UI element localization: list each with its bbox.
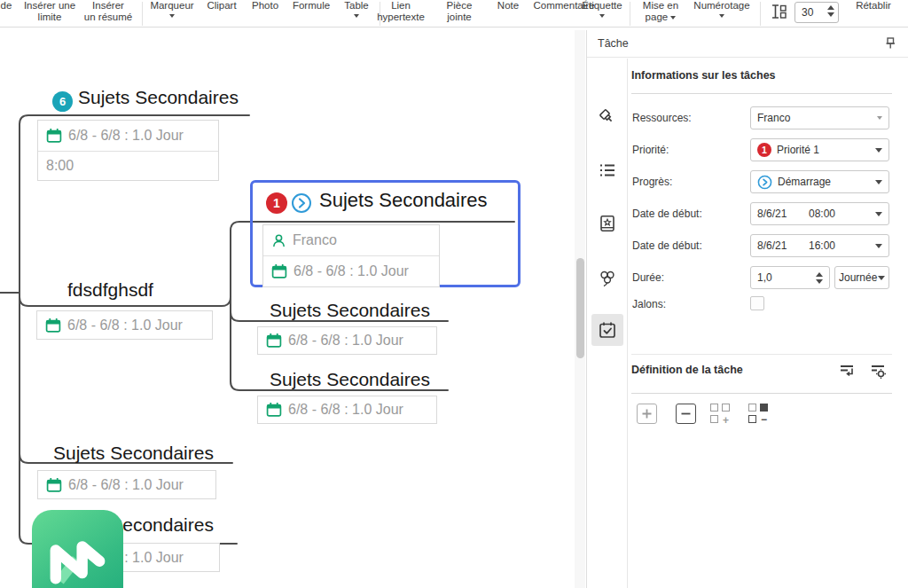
calendar-icon [271,263,287,279]
calendar-icon [46,477,62,493]
chevron-down-icon [875,212,882,216]
page-layout-button[interactable]: Mise enpage [633,0,688,23]
task-detail-card: 6/8 - 6/8 : 1.0 Jour [37,470,216,499]
attachment-button[interactable]: Piècejointe [436,0,482,23]
task-date: 6/8 - 6/8 : 1.0 Jour [288,402,403,418]
insert-summary-button[interactable]: Insérerun résumé [80,0,137,23]
topic-title: Sujets Secondaires [270,369,430,390]
chevron-down-icon [670,16,676,20]
task-panel-content: Informations sur les tâches Ressources: … [628,59,908,588]
person-icon [271,233,286,248]
spin-up-icon[interactable] [816,272,823,277]
calendar-icon [266,333,282,349]
duration-label: Durée: [632,271,664,284]
photo-button[interactable]: Photo [247,0,283,12]
canvas-scrollbar-thumb[interactable] [576,258,584,358]
task-sort-icon[interactable] [838,362,856,382]
spacing-value-input[interactable]: 30 [794,2,839,23]
tab-clover[interactable] [591,263,623,294]
task-count-badge: 6 [52,91,73,112]
spin-up-icon[interactable] [827,5,834,10]
topic-title: Sujets Secondaires [270,300,430,321]
clover-icon [598,269,617,288]
task-date: 6/8 - 6/8 : 1.0 Jour [68,128,184,144]
marker-button[interactable]: Marqueur [145,0,199,18]
topic-spacing-icon [768,2,787,23]
remove-subtask-button[interactable] [676,404,696,424]
task-settings-icon[interactable] [869,362,887,382]
calendar-check-icon [598,320,617,340]
spin-down-icon[interactable] [827,12,834,17]
pin-icon[interactable] [883,36,897,53]
start-date-label: Date de début: [632,208,702,220]
duration-unit-select[interactable]: Journée de t [834,266,889,289]
toolbar-separator [630,2,630,26]
progress-start-icon [291,192,312,214]
topic-title: Sujets Secondaires [53,443,214,464]
section-title: Définition de la tâche [631,364,743,376]
progress-label: Progrès: [632,176,672,188]
insert-boundary-button[interactable]: Insérer unelimite [11,0,89,23]
chevron-down-icon [719,14,724,18]
brush-icon [598,107,617,127]
topic-title: Sujets Secondaires [319,189,488,212]
task-resource: Franco [293,232,337,248]
chevron-down-icon [878,276,885,280]
label-button[interactable]: Étiquette [576,0,628,18]
divider [631,93,892,94]
numbering-button[interactable]: Numérotage [688,0,755,18]
topic-title: Sujets Secondaires [78,87,239,108]
task-date: 6/8 - 6/8 : 1.0 Jour [288,333,403,349]
end-date-label: Date de début: [632,239,702,252]
chevron-down-icon [599,14,605,18]
note-button[interactable]: Note [491,0,525,12]
end-date-select[interactable]: 8/6/21 16:00 [750,234,889,257]
milestones-checkbox[interactable] [750,296,764,310]
panel-header: Tâche [587,30,908,58]
tab-outline[interactable] [591,154,623,186]
resources-label: Ressources: [632,112,692,124]
priority-badge: 1 [757,143,771,157]
chevron-down-icon [354,14,359,18]
formula-button[interactable]: Formule [288,0,334,12]
mindmap-canvas[interactable]: 6 Sujets Secondaires 6/8 - 6/8 : 1.0 Jou… [0,30,586,588]
redo-button[interactable]: Rétablir [842,0,904,12]
task-time: 8:00 [46,158,74,174]
topic-title: fdsdfghsdf [67,279,153,301]
duration-input[interactable]: 1,0 [750,266,830,289]
mindmaster-logo [32,510,123,588]
progress-select[interactable]: Démarrage [750,170,889,193]
add-subtask-button[interactable] [637,404,657,424]
remove-task-group-icon[interactable]: − [748,404,770,425]
add-task-group-icon[interactable]: + [710,404,732,425]
chevron-down-icon [169,14,175,18]
hyperlink-button[interactable]: Lienhypertexte [372,0,429,23]
tab-task[interactable] [591,314,623,346]
calendar-icon [46,128,62,144]
task-date: 6/8 - 6/8 : 1.0 Jour [294,263,409,279]
priority-label: Priorité: [632,144,669,156]
spin-down-icon[interactable] [816,279,823,284]
panel-tab-strip [587,59,628,588]
priority-select[interactable]: 1 Priorité 1 [750,138,889,161]
calendar-icon [45,318,61,333]
task-detail-card: Franco 6/8 - 6/8 : 1.0 Jour [262,224,440,287]
task-detail-card: 6/8 - 6/8 : 1.0 Jour 8:00 [37,120,219,181]
milestones-label: Jalons: [632,298,666,310]
tab-style-library[interactable] [591,208,623,239]
task-panel: Tâche Informations sur les tâches [586,30,908,588]
chevron-down-icon [875,180,882,184]
mindmaster-app: de Insérer unelimite Insérerun résumé Ma… [0,0,908,588]
task-detail-card: 6/8 - 6/8 : 1.0 Jour [36,310,213,340]
tab-theme-format[interactable] [591,101,623,133]
list-icon [598,161,617,180]
chevron-down-icon [877,116,882,120]
ribbon-toolbar: de Insérer unelimite Insérerun résumé Ma… [0,0,908,27]
clipart-button[interactable]: Clipart [202,0,241,12]
calendar-icon [266,402,282,418]
chevron-down-icon [875,244,882,248]
resources-select[interactable]: Franco [750,106,889,129]
start-date-select[interactable]: 8/6/21 08:00 [750,202,889,225]
table-button[interactable]: Table [337,0,376,18]
chevron-down-icon [875,148,882,153]
